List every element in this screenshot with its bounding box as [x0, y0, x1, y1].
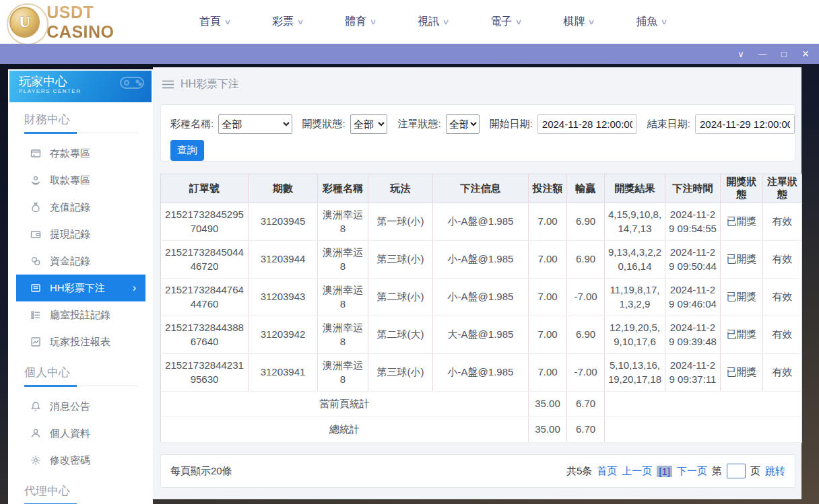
prev-page-link[interactable]: 上一页 [622, 465, 652, 478]
sidebar-item-fund-record[interactable]: 資金記錄 [16, 248, 145, 275]
jump-prefix-label: 第 [712, 465, 722, 478]
next-page-link[interactable]: 下一页 [677, 465, 707, 478]
table-row: 215217328450444672031203944 澳洲幸运8第三球(小) … [161, 241, 802, 279]
usdt-coin-icon: U [9, 7, 40, 38]
sidebar-item-profile[interactable]: 個人資料 [16, 420, 145, 447]
chevron-down-icon: ∨ [224, 17, 231, 26]
sidebar-item-change-password[interactable]: 修改密碼 [16, 447, 145, 474]
jump-page-input[interactable] [727, 464, 746, 478]
end-date-label: 結束日期: [647, 118, 690, 131]
report-chart-icon [30, 336, 41, 347]
nav-item-lottery[interactable]: 彩票 ∨ [272, 15, 303, 29]
jump-button[interactable]: 跳转 [765, 465, 785, 478]
nav-item-sports[interactable]: 體育 ∨ [345, 15, 376, 29]
hamburger-icon[interactable] [162, 80, 174, 89]
col-bet-info: 下注信息 [433, 174, 529, 203]
main-nav: 首頁 ∨ 彩票 ∨ 體育 ∨ 視訊 ∨ 電子 ∨ 棋牌 ∨ 捕魚 ∨ [199, 15, 667, 29]
logo-text: USDT CASINO [46, 3, 164, 42]
money-bag-icon [30, 202, 41, 213]
order-status-label: 注單狀態: [397, 118, 440, 131]
nav-item-chess[interactable]: 棋牌 ∨ [563, 15, 594, 29]
draw-status-select[interactable]: 全部 [350, 114, 388, 134]
minimize-icon[interactable]: — [752, 44, 773, 64]
page-size-label: 每頁顯示20條 [170, 465, 232, 478]
start-date-label: 開始日期: [490, 118, 533, 131]
col-play-type: 玩法 [368, 174, 433, 203]
sidebar-item-announcements[interactable]: 消息公告 [16, 393, 145, 420]
nav-item-home[interactable]: 首頁 ∨ [199, 15, 230, 29]
pagination-bar: 每頁顯示20條 共5条 首页 上一页 [1] 下一页 第 页 跳转 [160, 454, 795, 488]
start-date-input[interactable] [537, 114, 637, 134]
close-icon[interactable]: × [795, 44, 816, 64]
chevron-down-icon: ∨ [296, 17, 304, 26]
grand-summary-row: 總統計 35.00 6.70 [161, 417, 802, 443]
maximize-icon[interactable]: □ [773, 44, 795, 64]
gamepad-icon [119, 73, 145, 92]
page-summary-label: 當前頁統計 [161, 392, 529, 417]
bell-icon [30, 401, 41, 412]
table-row: 215217328443886764031203942 澳洲幸运8第二球(大) … [161, 316, 802, 354]
total-count: 共5条 [566, 465, 592, 478]
chevron-down-icon: ∨ [443, 17, 450, 26]
breadcrumb: HH彩票下注 [153, 67, 801, 93]
nav-item-fishing[interactable]: 捕魚 ∨ [636, 15, 667, 29]
col-bet-amount: 投注額 [529, 174, 567, 203]
user-icon [30, 428, 41, 439]
sidebar-item-player-bet-report[interactable]: 玩家投注報表 [16, 328, 145, 355]
page-title: HH彩票下注 [181, 77, 239, 92]
page-summary-winloss-total: 6.70 [567, 392, 605, 417]
sidebar-item-room-bet-record[interactable]: 廳室投註記錄 [16, 301, 145, 328]
table-row: 215217328452957049031203945 澳洲幸运8第一球(小) … [161, 203, 802, 241]
grand-summary-winloss-total: 6.70 [567, 417, 605, 443]
sidebar: 玩家中心 PLAYERS CENTER 財務中心 存款專區 取款專區 充值記錄 [8, 69, 153, 504]
col-draw-status: 開獎狀態 [721, 174, 763, 203]
section-agent-center: 代理中心 [24, 483, 137, 504]
gear-icon [30, 455, 41, 466]
restore-down-icon[interactable]: ∨ [730, 44, 752, 64]
lottery-name-select[interactable]: 全部 [218, 114, 292, 134]
ticket-list-icon [30, 283, 41, 293]
coins-icon [30, 256, 41, 266]
lottery-name-label: 彩種名稱: [170, 118, 214, 131]
first-page-link[interactable]: 首页 [597, 465, 617, 478]
col-order-no: 訂單號 [161, 174, 249, 203]
sidebar-item-withdraw-area[interactable]: 取款專區 [16, 167, 145, 194]
grand-summary-bet-total: 35.00 [529, 417, 567, 443]
sidebar-item-deposit-area[interactable]: 存款專區 [16, 140, 145, 167]
page-summary-bet-total: 35.00 [529, 392, 567, 417]
page-summary-row: 當前頁統計 35.00 6.70 [161, 392, 802, 417]
grand-summary-label: 總統計 [161, 417, 529, 443]
col-draw-result: 開獎結果 [605, 174, 665, 203]
query-button[interactable]: 查詢 [170, 140, 204, 161]
chevron-down-icon: ∨ [661, 17, 668, 26]
col-order-status: 注單狀態 [763, 174, 802, 203]
order-status-select[interactable]: 全部 [446, 114, 480, 134]
table-header-row: 訂單號 期數 彩種名稱 玩法 下注信息 投注額 輸贏 開獎結果 下注時間 開獎狀… [161, 174, 802, 203]
chevron-down-icon: ∨ [588, 17, 595, 26]
chevron-down-icon: ∨ [370, 17, 377, 26]
current-page[interactable]: [1] [657, 466, 672, 477]
col-winloss: 輸贏 [567, 174, 605, 203]
draw-status-label: 開獎狀態: [302, 118, 346, 131]
chevron-right-icon: › [133, 282, 136, 294]
table-row: 215217328442319563031203941 澳洲幸运8第三球(小) … [161, 354, 802, 392]
sidebar-item-hh-lottery-bets[interactable]: HH彩票下注 › [16, 275, 145, 301]
nav-item-video[interactable]: 視訊 ∨ [418, 15, 449, 29]
hand-coin-icon [30, 175, 41, 186]
col-bet-time: 下注時間 [665, 174, 721, 203]
bets-table: 訂單號 期數 彩種名稱 玩法 下注信息 投注額 輸贏 開獎結果 下注時間 開獎狀… [160, 174, 802, 443]
sidebar-item-recharge-record[interactable]: 充值記錄 [16, 194, 145, 221]
end-date-input[interactable] [695, 114, 795, 134]
table-row: 215217328447644476031203943 澳洲幸运8第二球(小) … [161, 279, 802, 316]
brand-logo[interactable]: U USDT CASINO [9, 3, 164, 42]
nav-item-electronic[interactable]: 電子 ∨ [490, 15, 521, 29]
players-center-banner: 玩家中心 PLAYERS CENTER [9, 71, 152, 102]
section-personal-center: 個人中心 [24, 365, 137, 386]
sidebar-item-withdraw-record[interactable]: 提現記錄 [16, 221, 145, 248]
window-titlebar: ∨ — □ × [0, 44, 819, 64]
logo-letter: U [19, 13, 30, 31]
col-lottery-name: 彩種名稱 [318, 174, 368, 203]
bank-card-icon [30, 148, 41, 159]
col-period: 期數 [249, 174, 318, 203]
list-icon [30, 310, 41, 320]
